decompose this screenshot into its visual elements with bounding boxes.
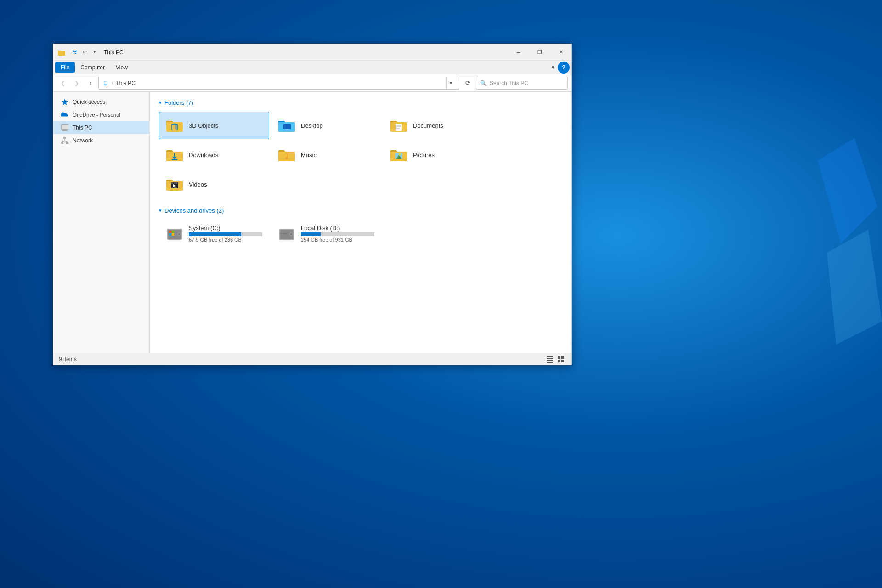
- svg-rect-57: [281, 233, 287, 234]
- svg-rect-19: [284, 130, 290, 130]
- minimize-button[interactable]: ─: [508, 44, 529, 61]
- view-details-btn[interactable]: [545, 354, 555, 364]
- qs-save-btn[interactable]: 🖫: [70, 48, 79, 57]
- svg-marker-67: [827, 230, 882, 345]
- main-content: Quick access OneDrive - Personal: [53, 92, 571, 353]
- view-large-icons-btn[interactable]: [556, 354, 566, 364]
- c-drive-name: System (C:): [189, 225, 262, 232]
- sidebar-item-this-pc[interactable]: This PC: [53, 121, 149, 134]
- svg-line-12: [62, 141, 65, 142]
- drives-chevron[interactable]: ▾: [159, 208, 162, 214]
- close-button[interactable]: ✕: [550, 44, 571, 61]
- svg-rect-37: [176, 182, 177, 184]
- svg-rect-35: [174, 182, 175, 184]
- sidebar-item-onedrive[interactable]: OneDrive - Personal: [53, 108, 149, 121]
- address-dropdown-btn[interactable]: ▾: [446, 77, 455, 90]
- svg-rect-1: [58, 51, 65, 56]
- path-computer-icon: 🖥: [102, 79, 109, 87]
- music-icon: [277, 145, 296, 164]
- folder-label-documents: Documents: [413, 122, 443, 129]
- folder-pictures[interactable]: Pictures: [383, 141, 493, 169]
- folders-header-text: Folders (7): [164, 99, 193, 106]
- c-drive-bar: [189, 232, 262, 236]
- svg-rect-40: [174, 187, 175, 188]
- svg-rect-6: [63, 130, 67, 130]
- sidebar-label-quick-access: Quick access: [73, 99, 105, 105]
- item-count: 9 items: [59, 356, 77, 362]
- search-box[interactable]: 🔍 Search This PC: [476, 77, 568, 90]
- refresh-button[interactable]: ⟳: [461, 77, 474, 90]
- folder-label-pictures: Pictures: [413, 152, 435, 158]
- search-placeholder: Search This PC: [490, 80, 528, 86]
- menu-computer[interactable]: Computer: [75, 62, 110, 73]
- svg-rect-20: [396, 124, 402, 131]
- content-area: ▾ Folders (7): [150, 92, 571, 353]
- c-drive-info: System (C:) 67.9 GB free of 236 GB: [189, 225, 262, 243]
- up-button[interactable]: ↑: [85, 77, 96, 89]
- address-path[interactable]: 🖥 › This PC ▾: [98, 77, 459, 90]
- folders-grid: 3D Objects: [159, 112, 562, 198]
- svg-rect-10: [66, 142, 68, 144]
- sidebar-label-network: Network: [73, 137, 93, 144]
- documents-icon: [389, 116, 408, 135]
- qs-undo-btn[interactable]: ↩: [80, 48, 89, 57]
- drive-d[interactable]: Local Disk (D:) 254 GB free of 931 GB: [271, 220, 381, 247]
- folder-documents[interactable]: Documents: [383, 112, 493, 139]
- folder-label-3d-objects: 3D Objects: [189, 122, 218, 129]
- forward-button[interactable]: ❯: [71, 77, 83, 89]
- svg-rect-7: [62, 130, 68, 131]
- svg-marker-3: [62, 99, 68, 105]
- network-icon: [61, 136, 69, 145]
- svg-point-31: [399, 153, 401, 155]
- c-drive-space: 67.9 GB free of 236 GB: [189, 237, 262, 243]
- title-bar-controls: ─ ❐ ✕: [508, 44, 571, 61]
- menu-view[interactable]: View: [110, 62, 133, 73]
- path-text: This PC: [116, 80, 136, 86]
- folders-section-header: ▾ Folders (7): [159, 99, 562, 106]
- sidebar-item-network[interactable]: Network: [53, 134, 149, 147]
- downloads-icon: [165, 145, 184, 164]
- sidebar-item-quick-access[interactable]: Quick access: [53, 96, 149, 108]
- svg-rect-42: [176, 187, 177, 188]
- folder-label-downloads: Downloads: [189, 152, 218, 158]
- desktop-icon: [277, 116, 296, 135]
- back-button[interactable]: ❮: [57, 77, 69, 89]
- title-bar-left: 🖫 ↩ ▼ This PC: [53, 48, 508, 57]
- window-title: This PC: [104, 49, 124, 56]
- status-view-buttons: [545, 354, 566, 364]
- drive-c[interactable]: System (C:) 67.9 GB free of 236 GB: [159, 220, 269, 247]
- folder-downloads[interactable]: Downloads: [159, 141, 269, 169]
- svg-rect-65: [561, 360, 564, 362]
- svg-marker-66: [818, 138, 877, 243]
- status-bar: 9 items: [53, 353, 571, 365]
- videos-icon: [165, 175, 184, 194]
- svg-rect-64: [558, 360, 560, 362]
- svg-rect-51: [172, 233, 174, 236]
- folder-3d-objects[interactable]: 3D Objects: [159, 112, 269, 139]
- maximize-button[interactable]: ❐: [529, 44, 550, 61]
- menu-file[interactable]: File: [55, 62, 75, 73]
- folder-music[interactable]: Music: [271, 141, 381, 169]
- computer-icon: [61, 124, 69, 132]
- menu-collapse-btn[interactable]: ▼: [548, 62, 558, 74]
- svg-rect-60: [547, 360, 553, 361]
- svg-rect-34: [172, 182, 173, 184]
- svg-line-27: [288, 153, 289, 153]
- svg-rect-8: [63, 137, 66, 139]
- qs-dropdown-btn[interactable]: ▼: [90, 48, 99, 57]
- star-icon: [61, 98, 69, 106]
- svg-rect-48: [169, 231, 171, 233]
- drives-header-text: Devices and drives (2): [164, 207, 224, 214]
- c-drive-icon: [165, 224, 184, 243]
- help-button[interactable]: ?: [558, 62, 570, 74]
- svg-line-13: [65, 141, 68, 142]
- svg-rect-56: [281, 232, 288, 232]
- d-drive-info: Local Disk (D:) 254 GB free of 931 GB: [301, 225, 374, 243]
- svg-rect-2: [58, 51, 62, 51]
- title-bar-quicksave: 🖫 ↩ ▼: [70, 48, 99, 57]
- title-bar: 🖫 ↩ ▼ This PC ─ ❐ ✕: [53, 44, 571, 61]
- folder-desktop[interactable]: Desktop: [271, 112, 381, 139]
- folder-videos[interactable]: Videos: [159, 170, 269, 198]
- folders-chevron[interactable]: ▾: [159, 100, 162, 106]
- sidebar: Quick access OneDrive - Personal: [53, 92, 150, 353]
